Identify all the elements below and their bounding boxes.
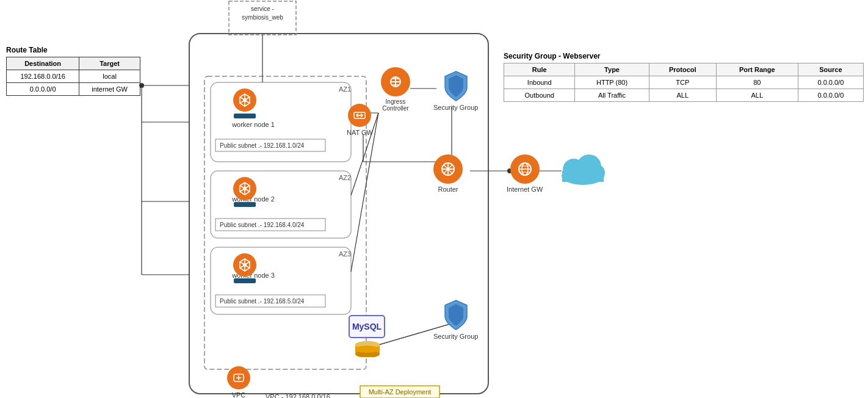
svg-point-97 xyxy=(355,346,380,353)
svg-text:worker node 1: worker node 1 xyxy=(231,121,275,128)
ingress-controller-icon: IngressController xyxy=(381,67,410,112)
route-table: Route Table Destination Target 192.168.0… xyxy=(6,46,140,96)
route-table-col-target: Target xyxy=(79,57,140,70)
route-table-col-destination: Destination xyxy=(7,57,79,70)
svg-text:AZ1: AZ1 xyxy=(339,85,351,93)
svg-line-57 xyxy=(246,190,250,192)
security-group-2-icon: Security Group xyxy=(433,299,478,340)
svg-text:AZ2: AZ2 xyxy=(339,174,351,181)
svg-line-59 xyxy=(240,190,244,192)
svg-rect-15 xyxy=(215,219,325,231)
route-table-title: Route Table xyxy=(6,46,140,54)
svg-rect-13 xyxy=(215,139,325,151)
svg-line-68 xyxy=(240,262,244,264)
vpc-icon: VPC xyxy=(227,366,250,398)
svg-rect-17 xyxy=(215,295,325,307)
svg-line-51 xyxy=(240,101,244,104)
sg-table-title: Security Group - Webserver xyxy=(504,52,864,60)
svg-line-56 xyxy=(246,186,250,188)
svg-rect-4 xyxy=(211,171,351,238)
worker-node-3-icon xyxy=(233,253,256,283)
svg-text:service -: service - xyxy=(251,5,274,12)
router-icon: Router xyxy=(433,154,463,193)
svg-line-64 xyxy=(246,262,250,264)
svg-text:Multi-AZ Deployment: Multi-AZ Deployment xyxy=(369,388,432,396)
svg-rect-6 xyxy=(211,247,351,314)
security-group-1-icon: Security Group xyxy=(433,70,478,111)
diagram: Route Table Destination Target 192.168.0… xyxy=(0,0,868,398)
svg-line-49 xyxy=(246,101,250,104)
svg-rect-2 xyxy=(211,82,351,162)
svg-rect-20 xyxy=(360,386,439,398)
svg-line-24 xyxy=(351,113,378,272)
svg-text:MySQL: MySQL xyxy=(352,322,382,331)
security-group-table: Security Group - Webserver RuleTypeProto… xyxy=(504,52,864,102)
nat-gw-icon: NAT GW xyxy=(347,104,373,136)
svg-rect-8 xyxy=(229,1,296,35)
mysql-icon: MySQL xyxy=(348,314,388,357)
svg-line-48 xyxy=(246,97,250,100)
svg-text:Public subnet .- 192.168.4.0/2: Public subnet .- 192.168.4.0/24 xyxy=(220,222,305,228)
internet-cloud-icon xyxy=(559,151,607,185)
svg-line-60 xyxy=(240,186,244,188)
svg-line-65 xyxy=(246,266,250,269)
svg-text:Public subnet .- 192.168.1.0/2: Public subnet .- 192.168.1.0/24 xyxy=(220,142,305,149)
svg-text:symbiosis_web: symbiosis_web xyxy=(242,14,283,21)
svg-line-67 xyxy=(240,266,244,269)
svg-rect-90 xyxy=(562,171,604,182)
internet-gw-icon: Internet GW xyxy=(507,154,543,193)
svg-text:AZ3: AZ3 xyxy=(339,250,351,258)
worker-node-2-icon xyxy=(233,177,256,207)
worker-node-1-icon xyxy=(233,89,256,118)
svg-text:Public subnet .- 192.168.5.0/2: Public subnet .- 192.168.5.0/24 xyxy=(220,298,305,305)
svg-line-52 xyxy=(240,97,244,100)
svg-rect-1 xyxy=(204,76,366,369)
svg-text:VPC - 192.168.0.0/16: VPC - 192.168.0.0/16 xyxy=(266,393,330,398)
